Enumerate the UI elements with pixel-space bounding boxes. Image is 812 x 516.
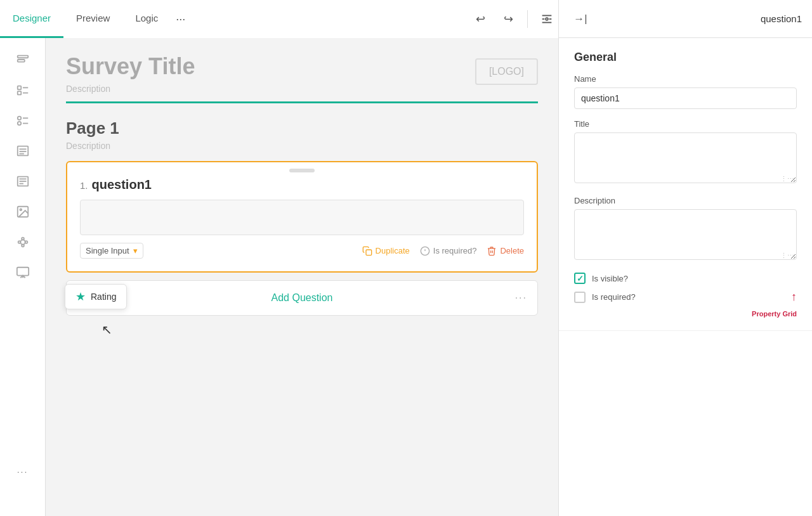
name-input[interactable] bbox=[574, 87, 797, 109]
toolbox-item-short-text[interactable] bbox=[8, 46, 38, 74]
general-section-title: General bbox=[574, 51, 797, 64]
cursor-indicator: ↖ bbox=[102, 322, 112, 337]
toolbox-item-radio[interactable] bbox=[8, 106, 38, 134]
question-type-dropdown-icon: ▾ bbox=[133, 246, 138, 255]
add-question-card: Add Question ··· bbox=[66, 280, 538, 316]
right-panel-general-section: General Name Title ⋮⋯ Description ⋮⋯ bbox=[559, 38, 812, 331]
delete-question-button[interactable]: Delete bbox=[487, 246, 524, 256]
toolbox-item-long-text-2[interactable] bbox=[8, 167, 38, 195]
svg-point-24 bbox=[20, 209, 22, 210]
collapse-right-panel-button[interactable]: →| bbox=[569, 8, 592, 30]
svg-rect-9 bbox=[17, 91, 21, 95]
svg-point-11 bbox=[17, 117, 21, 120]
media-icon bbox=[16, 266, 30, 280]
required-icon bbox=[420, 246, 430, 256]
toolbox-item-controls[interactable] bbox=[8, 228, 38, 256]
right-panel: General Name Title ⋮⋯ Description ⋮⋯ bbox=[558, 38, 812, 516]
question-drag-handle[interactable] bbox=[289, 169, 315, 172]
right-panel-title: question1 bbox=[761, 13, 802, 24]
is-required-checkbox[interactable] bbox=[574, 292, 586, 303]
toolbox-item-image[interactable] bbox=[8, 198, 38, 226]
settings-button[interactable] bbox=[535, 8, 558, 30]
nav-divider bbox=[527, 10, 528, 28]
is-visible-row: ✓ Is visible? bbox=[574, 273, 797, 284]
delete-icon bbox=[487, 246, 497, 256]
question-type-label: Single Input bbox=[86, 246, 129, 255]
svg-rect-6 bbox=[17, 60, 24, 62]
title-field-group: Title ⋮⋯ bbox=[574, 119, 797, 186]
svg-point-13 bbox=[17, 122, 21, 126]
svg-rect-27 bbox=[25, 241, 27, 243]
toolbox-sidebar: ··· ↑ Toolbox bbox=[0, 38, 46, 516]
is-visible-checkmark: ✓ bbox=[577, 274, 584, 283]
toolbox-item-checkbox[interactable] bbox=[8, 76, 38, 104]
question-input-area[interactable] bbox=[80, 200, 524, 235]
survey-logo: [LOGO] bbox=[475, 58, 538, 85]
tab-designer[interactable]: Designer bbox=[0, 0, 63, 38]
svg-rect-30 bbox=[16, 268, 28, 276]
rating-star-icon: ★ bbox=[75, 290, 86, 304]
svg-rect-26 bbox=[18, 241, 20, 243]
question-type-selector[interactable]: Single Input ▾ bbox=[80, 243, 143, 259]
long-text-2-icon bbox=[16, 174, 30, 188]
svg-rect-32 bbox=[366, 250, 372, 255]
is-required-button[interactable]: Is required? bbox=[420, 246, 477, 256]
rating-tooltip-label: Rating bbox=[91, 292, 116, 302]
add-question-more-button[interactable]: ··· bbox=[515, 292, 527, 304]
survey-header: Survey Title Description [LOGO] bbox=[66, 53, 538, 103]
add-question-button[interactable]: Add Question bbox=[272, 292, 333, 304]
property-grid-annotation-label: Property Grid bbox=[752, 310, 797, 318]
long-text-1-icon bbox=[16, 144, 30, 158]
canvas-area: Survey Title Description [LOGO] Page 1 D… bbox=[46, 38, 558, 516]
page-description[interactable]: Description bbox=[66, 141, 538, 151]
checkbox-icon bbox=[16, 83, 30, 97]
redo-button[interactable]: ↪ bbox=[497, 8, 520, 30]
svg-point-0 bbox=[546, 18, 548, 20]
tabs-more-button[interactable]: ··· bbox=[171, 13, 190, 26]
radio-icon bbox=[16, 113, 30, 127]
toolbox-item-media[interactable] bbox=[8, 259, 38, 287]
question-card: 1. question1 Single Input ▾ Duplicate bbox=[66, 161, 538, 273]
question-number: 1. bbox=[80, 180, 88, 191]
duplicate-icon bbox=[362, 246, 372, 256]
description-textarea[interactable] bbox=[574, 209, 797, 260]
rating-tooltip: ★ Rating bbox=[65, 284, 127, 309]
property-grid-arrow-icon: ↑ bbox=[791, 290, 797, 304]
survey-divider bbox=[66, 101, 538, 103]
svg-rect-5 bbox=[17, 56, 28, 58]
svg-rect-7 bbox=[17, 86, 21, 90]
question-title[interactable]: question1 bbox=[92, 177, 152, 192]
is-required-label: Is required? bbox=[592, 292, 636, 302]
controls-icon bbox=[16, 235, 30, 249]
undo-button[interactable]: ↩ bbox=[469, 8, 492, 30]
svg-rect-29 bbox=[22, 245, 24, 247]
svg-point-25 bbox=[20, 240, 25, 244]
is-required-row: Is required? ↑ bbox=[574, 290, 797, 304]
tab-preview[interactable]: Preview bbox=[63, 0, 122, 38]
survey-description[interactable]: Description bbox=[66, 84, 195, 94]
is-visible-checkbox[interactable]: ✓ bbox=[574, 273, 586, 284]
title-textarea[interactable] bbox=[574, 132, 797, 183]
description-field-group: Description ⋮⋯ bbox=[574, 196, 797, 262]
toolbox-more-button[interactable]: ··· bbox=[17, 467, 29, 477]
is-visible-label: Is visible? bbox=[592, 274, 628, 283]
image-icon bbox=[16, 205, 30, 219]
tab-logic[interactable]: Logic bbox=[122, 0, 171, 38]
page-header: Page 1 Description bbox=[66, 119, 538, 151]
settings-icon bbox=[540, 12, 554, 26]
name-field-group: Name bbox=[574, 74, 797, 109]
description-label: Description bbox=[574, 196, 797, 205]
page-title[interactable]: Page 1 bbox=[66, 119, 538, 138]
toolbox-item-long-text-1[interactable] bbox=[8, 137, 38, 165]
duplicate-question-button[interactable]: Duplicate bbox=[362, 246, 410, 256]
title-label: Title bbox=[574, 119, 797, 129]
title-resize-handle: ⋮⋯ bbox=[780, 175, 794, 183]
short-text-icon bbox=[16, 53, 30, 67]
svg-rect-28 bbox=[22, 238, 24, 240]
question-actions: Single Input ▾ Duplicate Is required? bbox=[80, 243, 524, 259]
survey-title[interactable]: Survey Title bbox=[66, 53, 195, 80]
description-resize-handle: ⋮⋯ bbox=[780, 252, 794, 260]
name-label: Name bbox=[574, 74, 797, 84]
